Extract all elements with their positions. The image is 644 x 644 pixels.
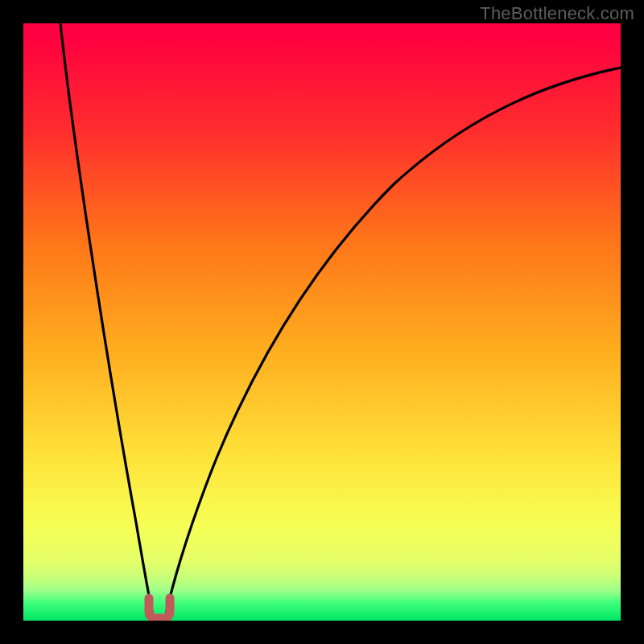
curve-layer [23,23,621,621]
plot-area [23,23,621,621]
chart-frame: TheBottleneck.com [0,0,644,644]
curve-right-branch [165,68,621,619]
curve-left-branch [60,23,154,619]
watermark-text: TheBottleneck.com [480,3,634,24]
notch-marker [149,598,170,618]
